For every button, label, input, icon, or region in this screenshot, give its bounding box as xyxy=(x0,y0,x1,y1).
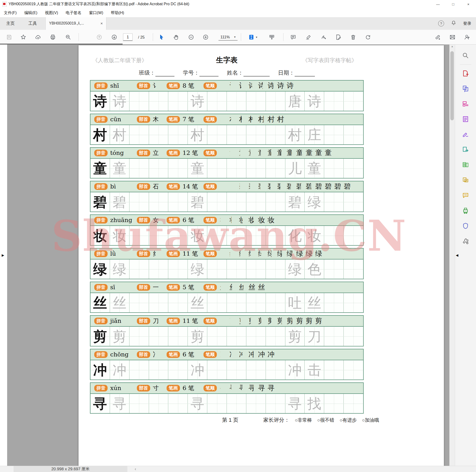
more-tools-icon[interactable] xyxy=(458,234,473,249)
tianzige-cell xyxy=(207,226,227,245)
create-pdf-icon[interactable] xyxy=(458,66,473,81)
tianzige-cell: 找 xyxy=(305,394,324,413)
share-link-icon[interactable] xyxy=(435,34,441,40)
organize-pages-icon[interactable] xyxy=(458,96,473,111)
scan-ocr-icon[interactable] xyxy=(458,157,473,173)
close-button[interactable]: × xyxy=(461,0,476,8)
delete-pages-icon[interactable] xyxy=(350,34,356,40)
form-field-blank xyxy=(295,71,315,76)
zoom-level-control[interactable]: 111%▾ xyxy=(219,34,238,40)
menu-item[interactable]: 帮助(H) xyxy=(111,10,124,16)
rating-label: 家长评分： xyxy=(263,417,289,424)
expand-left-panel-icon[interactable]: ▶ xyxy=(2,253,4,257)
zoom-out-icon[interactable] xyxy=(188,34,194,40)
scroll-up-icon[interactable]: ▲ xyxy=(450,45,455,48)
select-tool-icon[interactable] xyxy=(158,34,165,40)
notifications-bell-icon[interactable] xyxy=(451,20,457,27)
maximize-button[interactable]: □ xyxy=(445,0,461,8)
tianzige-cell xyxy=(227,394,246,413)
protect-icon[interactable] xyxy=(458,218,473,234)
tianzige-cell xyxy=(266,226,285,245)
tianzige-cell xyxy=(149,360,169,380)
radical-badge: 部首 xyxy=(137,385,150,392)
tab-home[interactable]: 主页 xyxy=(0,17,21,30)
search-tools-icon[interactable] xyxy=(458,48,473,63)
tianzige-cell xyxy=(227,159,246,178)
practice-character: 绿 xyxy=(188,259,207,279)
scroll-left-icon[interactable]: ‹ xyxy=(135,466,136,472)
highlight-icon[interactable] xyxy=(305,34,311,40)
sign-pen-icon[interactable] xyxy=(321,34,327,40)
previous-page-icon[interactable] xyxy=(96,34,102,40)
tianzige-cell: 碧 xyxy=(188,192,207,212)
stroke-count-badge: 笔画 xyxy=(167,116,180,123)
save-icon[interactable] xyxy=(6,34,12,40)
fill-and-sign-icon[interactable] xyxy=(335,34,341,40)
share-cloud-upload-icon[interactable] xyxy=(35,34,41,40)
character-block: 拼音 sī 部首 一 笔画 5 笔 笔顺 丝丝丝丝丝 丝丝丝吐丝 xyxy=(90,282,364,313)
tianzige-cell: 绿 xyxy=(188,259,207,279)
tianzige-cell: 童 xyxy=(305,159,324,178)
window-title: YBH002050019.人教版 二年级下册语文写字表25页(和部编下册有区别)… xyxy=(9,2,189,7)
vertical-scrollbar[interactable]: ▲ xyxy=(449,45,455,466)
fill-and-sign-icon[interactable] xyxy=(458,127,473,142)
rating-option: ○非常棒 xyxy=(295,417,312,423)
send-email-icon[interactable] xyxy=(449,34,456,40)
hand-tool-icon[interactable] xyxy=(173,34,179,40)
help-icon[interactable]: ? xyxy=(438,20,444,26)
form-field-label: 日期： xyxy=(278,70,295,76)
combine-files-icon[interactable] xyxy=(458,81,473,96)
menu-item[interactable]: 视图(V) xyxy=(45,10,58,16)
stroke-order-step: 绿 xyxy=(276,249,285,258)
radical-value: 石 xyxy=(153,183,163,190)
sign-in-link[interactable]: 登录 xyxy=(463,21,471,26)
pinyin-badge: 拼音 xyxy=(94,385,108,392)
document-tab[interactable]: YBH002050019.人... × xyxy=(46,17,106,30)
close-tab-icon[interactable]: × xyxy=(101,21,103,26)
next-page-icon[interactable] xyxy=(111,34,117,40)
stroke-count-value: 7 笔 xyxy=(183,116,200,123)
stroke-order-step: 丝 xyxy=(238,283,247,292)
tianzige-cell xyxy=(130,125,149,145)
pinyin-badge: 拼音 xyxy=(94,351,108,358)
export-pdf-icon[interactable] xyxy=(458,142,473,157)
comment-icon[interactable] xyxy=(458,188,473,203)
tianzige-cell xyxy=(207,91,227,111)
menu-item[interactable]: 文件(F) xyxy=(4,10,17,16)
menu-item[interactable]: 编辑(E) xyxy=(24,10,37,16)
collapse-right-panel-icon[interactable]: ◀ xyxy=(456,253,459,257)
stroke-order-step: 童 xyxy=(285,148,295,158)
pinyin-badge: 拼音 xyxy=(94,82,108,89)
minimize-button[interactable]: — xyxy=(430,0,445,8)
edit-pdf-icon[interactable] xyxy=(458,111,473,127)
rotate-pages-icon[interactable] xyxy=(365,34,371,40)
acrobat-file-icon xyxy=(2,2,7,7)
practice-grid: 寻寻寻寻找 xyxy=(90,394,363,413)
tianzige-cell xyxy=(130,327,149,346)
zoom-in-icon[interactable] xyxy=(203,34,209,40)
print-production-icon[interactable] xyxy=(458,203,473,218)
menu-item[interactable]: 电子签名 xyxy=(66,10,81,16)
tianzige-cell xyxy=(168,226,188,245)
toolbar-divider xyxy=(241,33,241,41)
search-icon[interactable] xyxy=(65,34,71,40)
print-icon[interactable] xyxy=(50,34,56,40)
request-signatures-icon[interactable] xyxy=(458,173,473,188)
add-comment-icon[interactable] xyxy=(290,34,296,40)
add-account-icon[interactable] xyxy=(464,34,470,40)
scrollbar-thumb[interactable] xyxy=(450,51,454,120)
stroke-order-badge: 笔顺 xyxy=(204,318,217,325)
stroke-order-step: 碧 xyxy=(238,182,247,191)
stroke-order-step: 寻 xyxy=(257,383,266,393)
page-number-input[interactable] xyxy=(123,33,133,41)
tab-tools[interactable]: 工具 xyxy=(22,17,43,30)
tianzige-cell xyxy=(246,125,266,145)
tianzige-cell: 村 xyxy=(285,125,305,145)
page-fit-icon[interactable]: ▾ xyxy=(248,34,257,40)
stroke-order-step: 丝 xyxy=(247,283,257,292)
favorites-star-icon[interactable] xyxy=(20,34,26,40)
tianzige-cell: 剪 xyxy=(285,327,305,346)
menu-item[interactable]: 窗口(W) xyxy=(89,10,103,16)
stroke-order-step: 童 xyxy=(323,148,333,158)
scroll-mode-icon[interactable] xyxy=(269,34,275,40)
